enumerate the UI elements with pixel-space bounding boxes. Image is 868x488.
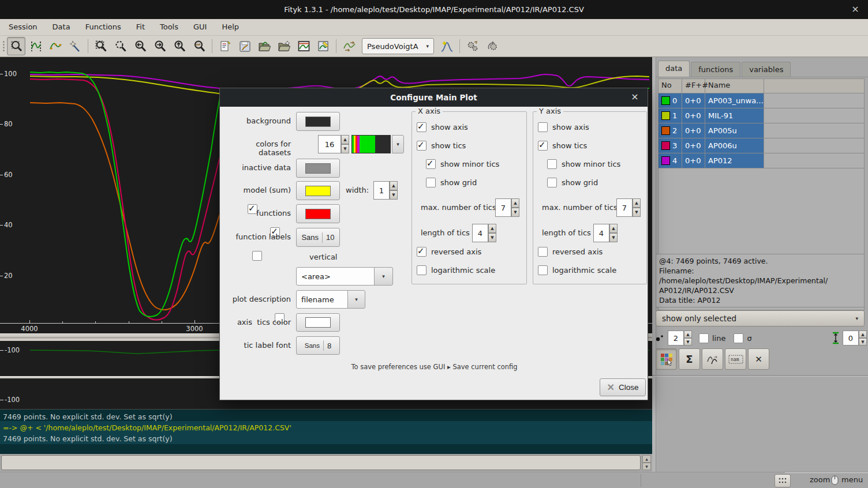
dataset-color-swatch[interactable]	[661, 141, 670, 150]
export-data-icon[interactable]	[314, 37, 332, 55]
dataset-color-swatch[interactable]	[661, 96, 670, 105]
x-show-grid-checkbox[interactable]	[426, 178, 436, 187]
y-max-tics-stepper[interactable]: 7▲▼	[616, 198, 641, 217]
menu-data[interactable]: Data	[45, 19, 78, 35]
tab-variables[interactable]: variables	[742, 62, 791, 77]
x-show-axis-checkbox[interactable]	[417, 122, 426, 132]
y-length-tics-stepper[interactable]: 4▲▼	[593, 224, 618, 242]
zoom-select-mode-icon[interactable]	[7, 37, 25, 55]
functions-color-button[interactable]	[296, 204, 340, 223]
menu-functions[interactable]: Functions	[78, 19, 129, 35]
zoom-up-icon[interactable]	[170, 37, 189, 55]
zoom-all-icon[interactable]	[92, 37, 110, 55]
output-console[interactable]: 7469 points. No explicit std. dev. Set a…	[0, 409, 652, 455]
table-row[interactable]: 3 0+0 AP006u	[659, 138, 864, 153]
description-dropdown[interactable]: ▾	[347, 290, 365, 309]
label-format-select[interactable]: <area>	[296, 267, 375, 286]
table-row[interactable]: 4 0+0 AP012	[659, 153, 864, 168]
x-max-tics-stepper[interactable]: 7▲▼	[495, 198, 519, 217]
dialog-close-icon[interactable]: ×	[629, 91, 641, 103]
window-close-icon[interactable]: ×	[850, 3, 861, 15]
show-filter-select[interactable]: show only selected ▾	[656, 310, 865, 326]
inactive-data-color-button[interactable]	[296, 159, 340, 178]
script-log-icon[interactable]	[216, 37, 234, 55]
x-log-scale-checkbox[interactable]	[417, 265, 426, 275]
width-label: width:	[346, 186, 369, 194]
y-length-tics-label: length of tics	[542, 228, 591, 237]
undo-zoom-icon[interactable]	[190, 37, 208, 55]
dialog-titlebar[interactable]: Configure Main Plot ×	[220, 88, 648, 107]
fit-run-icon[interactable]	[463, 37, 482, 55]
tab-functions[interactable]: functions	[691, 62, 740, 77]
model-width-stepper[interactable]: 1 ▲▼	[373, 181, 398, 200]
sigma-checkbox[interactable]	[734, 333, 743, 343]
data-range-mode-icon[interactable]	[27, 37, 45, 55]
x-length-tics-stepper[interactable]: 4▲▼	[472, 224, 496, 242]
zoom-left-icon[interactable]	[131, 37, 149, 55]
fit-undo-icon[interactable]	[483, 37, 502, 55]
open-data-merge-icon[interactable]	[275, 37, 293, 55]
y-reversed-axis-checkbox[interactable]	[538, 247, 548, 257]
chevron-down-icon: ▾	[426, 43, 429, 49]
menu-session[interactable]: Session	[1, 19, 45, 35]
menubar: Session Data Functions Fit Tools GUI Hel…	[0, 19, 868, 36]
function-labels-checkbox[interactable]	[252, 251, 262, 261]
function-label-font-button[interactable]: Sans 10	[296, 228, 340, 247]
command-history-spinner[interactable]: ▲▼	[642, 455, 651, 470]
y-tick-label: 80	[4, 120, 13, 128]
info-points: @4: 7469 points, 7469 active.	[659, 256, 861, 266]
menu-tools[interactable]: Tools	[152, 19, 186, 35]
table-row[interactable]: 0 0+0 AP003_unwa…	[659, 93, 864, 108]
background-color-button[interactable]	[296, 112, 340, 131]
zoom-right-icon[interactable]	[151, 37, 169, 55]
y-show-minor-tics-checkbox[interactable]	[547, 159, 557, 169]
data-transform-icon[interactable]	[340, 37, 358, 55]
tic-label-font-button[interactable]: Sans 8	[296, 336, 340, 355]
function-type-select[interactable]: PseudoVoigtA ▾	[362, 38, 434, 54]
use-dataset-colors-button[interactable]	[656, 348, 677, 370]
command-row: ▲▼	[0, 454, 652, 472]
table-row[interactable]: 1 0+0 MIL-91	[659, 108, 864, 123]
menu-gui[interactable]: GUI	[186, 19, 214, 35]
copy-functions-button[interactable]	[702, 348, 723, 370]
save-session-icon[interactable]	[235, 37, 254, 55]
x-show-minor-tics-checkbox[interactable]	[426, 159, 436, 169]
x-reversed-axis-checkbox[interactable]	[417, 247, 426, 257]
toolbar-grip[interactable]	[1, 39, 6, 54]
menu-fit[interactable]: Fit	[129, 19, 152, 35]
dataset-color-swatch[interactable]	[661, 156, 670, 165]
y-show-tics-checkbox[interactable]	[538, 141, 548, 151]
axis-tics-color-button[interactable]	[296, 313, 340, 332]
dataset-palette-preview[interactable]	[351, 135, 391, 153]
dataset-color-swatch[interactable]	[661, 126, 670, 135]
delete-dataset-button[interactable]: ✕	[748, 348, 769, 370]
x-show-tics-checkbox[interactable]	[417, 141, 426, 151]
add-function-icon[interactable]	[437, 37, 456, 55]
menu-help[interactable]: Help	[214, 19, 246, 35]
palette-dropdown-button[interactable]: ▾	[392, 135, 404, 153]
tab-data[interactable]: data	[658, 61, 690, 77]
close-button[interactable]: ✕ Close	[600, 378, 646, 396]
rename-button[interactable]: nam	[725, 348, 746, 370]
copy-plot-icon[interactable]	[294, 37, 313, 55]
shift-stepper[interactable]: 0 ▲▼	[843, 331, 867, 346]
add-peak-mode-icon[interactable]	[46, 37, 65, 55]
show-sum-button[interactable]: Σ	[679, 348, 700, 370]
y-show-grid-checkbox[interactable]	[547, 178, 557, 187]
open-data-icon[interactable]	[255, 37, 274, 55]
table-row[interactable]: 2 0+0 AP005u	[659, 123, 864, 138]
model-color-button[interactable]	[296, 181, 340, 200]
zoom-vertically-icon[interactable]	[111, 37, 130, 55]
line-checkbox[interactable]	[699, 333, 709, 343]
dataset-color-swatch[interactable]	[661, 111, 670, 120]
functions-copy-icon	[706, 352, 720, 366]
description-select[interactable]: filename	[296, 290, 348, 309]
command-input[interactable]	[1, 455, 641, 470]
activate-wand-icon[interactable]	[66, 37, 84, 55]
label-format-dropdown[interactable]: ▾	[374, 267, 393, 286]
y-log-scale-checkbox[interactable]	[538, 265, 548, 275]
point-size-stepper[interactable]: 2 ▲▼	[668, 331, 692, 346]
mouse-hints-icon[interactable]	[775, 474, 791, 487]
dataset-color-count-stepper[interactable]: 16 ▲▼	[318, 135, 349, 153]
y-show-axis-checkbox[interactable]	[538, 122, 548, 132]
